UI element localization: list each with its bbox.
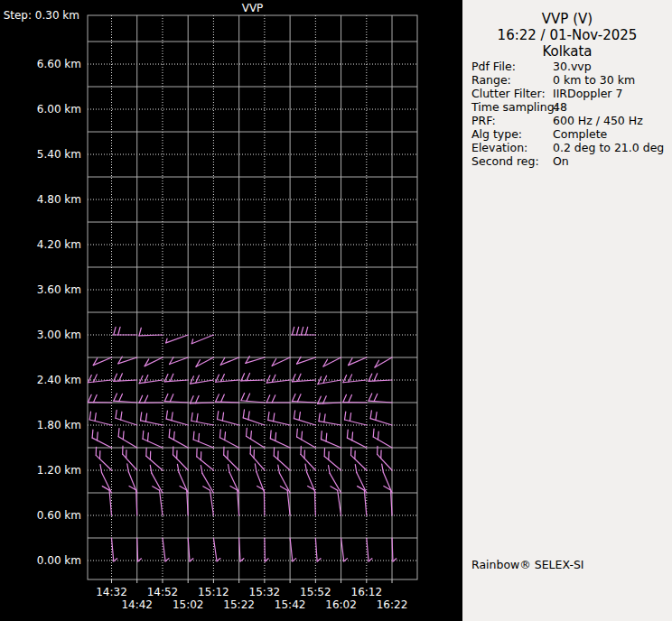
info-label: Time sampling: — [471, 100, 558, 114]
panel-product-title: VVP (V) — [462, 0, 672, 27]
y-axis-label: 4.80 km — [37, 193, 81, 206]
info-label: Range: — [471, 73, 511, 87]
info-label: Second reg: — [471, 154, 539, 168]
brand-label: Rainbow® SELEX-SI — [471, 558, 584, 571]
info-value: 0 km to 30 km — [553, 73, 635, 87]
panel-site-name: Kolkata — [462, 43, 672, 60]
info-list: Pdf File: 30.vvp Range: 0 km to 30 km Cl… — [471, 60, 670, 168]
x-axis-label: 16:12 — [351, 586, 383, 598]
y-axis-label: 5.40 km — [37, 148, 81, 161]
chart-background — [0, 0, 462, 621]
info-row-second-reg: Second reg: On — [471, 154, 670, 168]
x-axis-label: 14:32 — [96, 586, 127, 598]
info-label: Alg type: — [471, 127, 522, 141]
step-label: Step: 0.30 km — [4, 9, 79, 22]
chart-area: VVPStep: 0.30 km0.00 km0.60 km1.20 km1.8… — [0, 0, 462, 621]
x-axis-label: 16:22 — [377, 598, 408, 611]
y-axis-label: 6.60 km — [37, 58, 81, 70]
x-axis-label: 16:02 — [325, 598, 357, 611]
y-axis-label: 1.20 km — [37, 464, 81, 477]
y-axis-label: 1.80 km — [37, 419, 81, 431]
y-axis-label: 4.20 km — [37, 238, 81, 251]
info-row-alg-type: Alg type: Complete — [471, 127, 670, 141]
y-axis-label: 3.00 km — [37, 329, 81, 341]
y-axis-label: 6.00 km — [37, 103, 81, 116]
info-row-range: Range: 0 km to 30 km — [471, 73, 670, 87]
y-axis-label: 0.00 km — [37, 554, 81, 567]
info-value: Complete — [553, 127, 607, 141]
y-axis-label: 2.40 km — [37, 374, 81, 386]
info-value: 48 — [553, 100, 567, 114]
info-value: On — [553, 154, 569, 168]
info-row-elevation: Elevation: 0.2 deg to 21.0 deg — [471, 141, 670, 154]
vvp-wind-profile-chart: VVPStep: 0.30 km0.00 km0.60 km1.20 km1.8… — [0, 0, 462, 621]
info-value: IIRDoppler 7 — [553, 87, 622, 100]
info-panel: VVP (V) 16:22 / 01-Nov-2025 Kolkata Pdf … — [462, 0, 672, 621]
info-row-time-sampling: Time sampling: 48 — [471, 100, 670, 114]
info-label: Clutter Filter: — [471, 87, 546, 100]
info-label: Elevation: — [471, 141, 527, 154]
info-value: 30.vvp — [553, 60, 592, 73]
info-value: 0.2 deg to 21.0 deg — [553, 141, 664, 154]
x-axis-label: 15:22 — [223, 598, 255, 611]
info-row-clutter-filter: Clutter Filter: IIRDoppler 7 — [471, 87, 670, 100]
y-axis-label: 0.60 km — [37, 509, 81, 522]
x-axis-label: 15:32 — [249, 586, 281, 598]
x-axis-label: 15:02 — [173, 598, 204, 611]
panel-datetime: 16:22 / 01-Nov-2025 — [462, 27, 672, 43]
app-window: VVPStep: 0.30 km0.00 km0.60 km1.20 km1.8… — [0, 0, 672, 621]
info-label: PRF: — [471, 114, 496, 127]
info-value: 600 Hz / 450 Hz — [553, 114, 643, 127]
x-axis-label: 15:12 — [198, 586, 229, 598]
x-axis-label: 15:42 — [275, 598, 306, 611]
info-row-prf: PRF: 600 Hz / 450 Hz — [471, 114, 670, 127]
info-row-pdf-file: Pdf File: 30.vvp — [471, 60, 670, 73]
chart-title: VVP — [242, 2, 264, 14]
x-axis-label: 14:52 — [147, 586, 179, 598]
x-axis-label: 15:52 — [300, 586, 331, 598]
y-axis-label: 3.60 km — [37, 283, 81, 296]
info-label: Pdf File: — [471, 60, 516, 73]
x-axis-label: 14:42 — [121, 598, 153, 611]
